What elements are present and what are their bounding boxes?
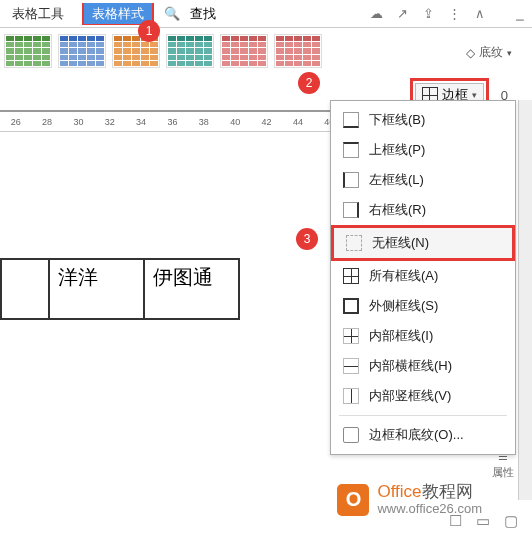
chevron-down-icon: ▾: [472, 90, 477, 100]
ruler-tick: 34: [125, 117, 156, 127]
style-thumb-green[interactable]: [4, 34, 52, 68]
table-style-gallery: [0, 28, 532, 72]
border-bottom-icon: [343, 112, 359, 128]
style-thumb-red2[interactable]: [274, 34, 322, 68]
chevron-down-icon: ▾: [507, 48, 512, 58]
callout-marker-3: 3: [296, 228, 318, 250]
brand-prefix: Office: [377, 482, 421, 501]
export-icon[interactable]: ⇪: [420, 6, 436, 22]
menu-border-top[interactable]: 上框线(P): [331, 135, 515, 165]
fill-label-text: 底纹: [479, 44, 503, 61]
callout-marker-1: 1: [138, 20, 160, 42]
menu-label: 所有框线(A): [369, 267, 438, 285]
table-row: 洋洋 伊图通: [1, 259, 239, 319]
share-icon[interactable]: ↗: [394, 6, 410, 22]
border-innerv-icon: [343, 388, 359, 404]
table-cell[interactable]: [1, 259, 49, 319]
menu-border-left[interactable]: 左框线(L): [331, 165, 515, 195]
menu-label: 边框和底纹(O)...: [369, 426, 464, 444]
border-controls: ◇ 底纹 ▾: [466, 44, 512, 61]
menu-border-outer[interactable]: 外侧框线(S): [331, 291, 515, 321]
brand-watermark: O Office教程网 www.office26.com: [337, 483, 482, 516]
border-top-icon: [343, 142, 359, 158]
brand-url: www.office26.com: [377, 502, 482, 516]
ruler-tick: 38: [188, 117, 219, 127]
border-inner-icon: [343, 328, 359, 344]
border-none-icon: [346, 235, 362, 251]
border-outer-icon: [343, 298, 359, 314]
menu-label: 外侧框线(S): [369, 297, 438, 315]
border-dropdown-menu: 下框线(B) 上框线(P) 左框线(L) 右框线(R) 无框线(N) 所有框线(…: [330, 100, 516, 455]
brand-name: Office教程网: [377, 483, 482, 502]
cloud-icon[interactable]: ☁: [368, 6, 384, 22]
menu-border-inner-v[interactable]: 内部竖框线(V): [331, 381, 515, 411]
menu-label: 内部竖框线(V): [369, 387, 451, 405]
menu-label: 无框线(N): [372, 234, 429, 252]
menu-separator: [339, 415, 507, 416]
more-icon[interactable]: ⋮: [446, 6, 462, 22]
border-dialog-icon: [343, 427, 359, 443]
menu-label: 内部横框线(H): [369, 357, 452, 375]
border-left-icon: [343, 172, 359, 188]
ruler-tick: 36: [157, 117, 188, 127]
menu-label: 下框线(B): [369, 111, 425, 129]
callout-marker-2: 2: [298, 72, 320, 94]
table-cell[interactable]: 伊图通: [144, 259, 239, 319]
menu-border-inner[interactable]: 内部框线(I): [331, 321, 515, 351]
horizontal-ruler: 26 28 30 32 34 36 38 40 42 44 46: [0, 110, 345, 132]
menu-border-bottom[interactable]: 下框线(B): [331, 105, 515, 135]
ruler-tick: 28: [31, 117, 62, 127]
menu-border-none[interactable]: 无框线(N): [331, 225, 515, 261]
menu-label: 右框线(R): [369, 201, 426, 219]
expand-icon[interactable]: ∧: [472, 6, 488, 22]
menu-border-all[interactable]: 所有框线(A): [331, 261, 515, 291]
bucket-icon: ◇: [466, 46, 475, 60]
ruler-tick: 44: [282, 117, 313, 127]
style-thumb-red[interactable]: [220, 34, 268, 68]
ruler-tick: 26: [0, 117, 31, 127]
border-innerh-icon: [343, 358, 359, 374]
menu-border-dialog[interactable]: 边框和底纹(O)...: [331, 420, 515, 450]
tab-table-tools[interactable]: 表格工具: [4, 2, 72, 26]
close-icon[interactable]: ⎯: [512, 6, 528, 22]
fill-dropdown[interactable]: ◇ 底纹 ▾: [466, 44, 512, 61]
brand-suffix: 教程网: [422, 482, 473, 501]
table-cell[interactable]: 洋洋: [49, 259, 144, 319]
properties-label: 属性: [492, 465, 514, 480]
ruler-tick: 32: [94, 117, 125, 127]
find-label[interactable]: 查找: [190, 5, 216, 23]
menu-label: 内部框线(I): [369, 327, 433, 345]
style-thumb-teal[interactable]: [166, 34, 214, 68]
ruler-tick: 40: [220, 117, 251, 127]
ribbon-toolbar: 表格工具 表格样式 🔍 查找 ☁ ↗ ⇪ ⋮ ∧ ⎯: [0, 0, 532, 28]
ruler-tick: 30: [63, 117, 94, 127]
menu-border-inner-h[interactable]: 内部横框线(H): [331, 351, 515, 381]
document-table[interactable]: 洋洋 伊图通: [0, 258, 240, 320]
menu-label: 左框线(L): [369, 171, 424, 189]
menu-label: 上框线(P): [369, 141, 425, 159]
search-icon[interactable]: 🔍: [164, 6, 180, 22]
brand-logo-icon: O: [337, 484, 369, 516]
page-read-icon[interactable]: ▢: [504, 512, 518, 530]
ruler-tick: 42: [251, 117, 282, 127]
tab-table-styles[interactable]: 表格样式: [84, 3, 152, 24]
style-thumb-blue[interactable]: [58, 34, 106, 68]
border-right-icon: [343, 202, 359, 218]
side-scrollbar[interactable]: [518, 100, 532, 500]
menu-border-right[interactable]: 右框线(R): [331, 195, 515, 225]
border-all-icon: [343, 268, 359, 284]
